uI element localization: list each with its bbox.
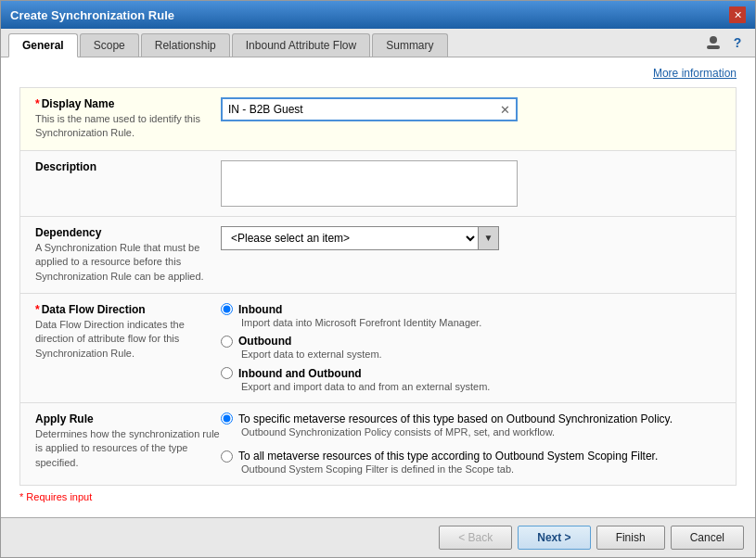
description-textarea[interactable] xyxy=(222,161,517,206)
tab-bar: General Scope Relationship Inbound Attri… xyxy=(1,29,755,57)
data-flow-radio-group: Inbound Import data into Microsoft Foref… xyxy=(221,303,721,393)
user-icon[interactable] xyxy=(703,32,724,53)
apply-rule-row: Apply Rule Determines how the synchroniz… xyxy=(35,412,721,476)
apply-rule-specific-label: To specific metaverse resources of this … xyxy=(238,412,673,425)
dependency-select[interactable]: <Please select an item> xyxy=(222,227,478,249)
content-area: More information *Display Name This is t… xyxy=(1,57,755,517)
apply-rule-label-area: Apply Rule Determines how the synchroniz… xyxy=(35,412,221,470)
apply-rule-specific-sub: Outbound Synchronization Policy consists… xyxy=(241,425,721,438)
data-flow-inbound-radio[interactable] xyxy=(221,303,233,315)
more-info-link[interactable]: More information xyxy=(19,67,737,80)
data-flow-inbound-outbound-label: Inbound and Outbound xyxy=(238,367,362,380)
apply-rule-options: To specific metaverse resources of this … xyxy=(221,412,721,476)
dependency-desc: A Synchronization Rule that must be appl… xyxy=(35,241,221,284)
next-button[interactable]: Next > xyxy=(518,526,590,550)
apply-rule-section: Apply Rule Determines how the synchroniz… xyxy=(20,403,736,486)
data-flow-outbound-sub: Export data to external system. xyxy=(241,348,721,361)
form-sections: *Display Name This is the name used to i… xyxy=(19,87,737,486)
data-flow-desc: Data Flow Direction indicates the direct… xyxy=(35,318,221,361)
dependency-dropdown-btn[interactable]: ▼ xyxy=(478,227,498,249)
tab-relationship[interactable]: Relationship xyxy=(141,33,230,57)
apply-rule-all-label: To all metaverse resources of this type … xyxy=(238,450,658,463)
dependency-select-wrapper: <Please select an item> ▼ xyxy=(221,226,499,250)
apply-rule-radio-group: To specific metaverse resources of this … xyxy=(221,412,721,476)
display-name-input-wrapper: ✕ xyxy=(221,97,518,121)
data-flow-label-area: *Data Flow Direction Data Flow Direction… xyxy=(35,303,221,361)
data-flow-inbound-outbound-sub: Export and import data to and from an ex… xyxy=(241,380,721,393)
data-flow-inbound-label: Inbound xyxy=(238,303,282,316)
dependency-label-area: Dependency A Synchronization Rule that m… xyxy=(35,226,221,284)
dependency-section: Dependency A Synchronization Rule that m… xyxy=(20,217,736,294)
data-flow-row: *Data Flow Direction Data Flow Direction… xyxy=(35,303,721,393)
apply-rule-all-sub: Outbound System Scoping Filter is define… xyxy=(241,463,721,476)
description-section: Description xyxy=(20,151,736,217)
bottom-bar: < Back Next > Finish Cancel xyxy=(1,517,755,557)
tab-general[interactable]: General xyxy=(8,33,78,57)
data-flow-inbound-outbound-item: Inbound and Outbound Export and import d… xyxy=(221,367,721,393)
svg-rect-0 xyxy=(707,45,720,49)
display-name-clear-icon[interactable]: ✕ xyxy=(498,103,512,117)
tabs: General Scope Relationship Inbound Attri… xyxy=(8,33,448,57)
required-star-display-name: * xyxy=(35,97,40,110)
dependency-title: Dependency xyxy=(35,226,221,239)
data-flow-outbound-radio[interactable] xyxy=(221,336,233,348)
description-input-area xyxy=(221,160,721,207)
help-icon[interactable]: ? xyxy=(727,32,748,53)
dialog: Create Synchronization Rule ✕ General Sc… xyxy=(0,0,756,558)
description-row: Description xyxy=(35,160,721,207)
apply-rule-specific-radio[interactable] xyxy=(221,412,233,425)
data-flow-options: Inbound Import data into Microsoft Foref… xyxy=(221,303,721,393)
apply-rule-all-item: To all metaverse resources of this type … xyxy=(221,450,721,476)
display-name-label-area: *Display Name This is the name used to i… xyxy=(35,97,221,141)
data-flow-inbound-item: Inbound Import data into Microsoft Foref… xyxy=(221,303,721,329)
required-star-data-flow: * xyxy=(35,303,40,316)
svg-point-1 xyxy=(710,36,717,44)
display-name-input-area: ✕ xyxy=(221,97,721,121)
tab-toolbar: ? xyxy=(703,32,748,57)
requires-input-label: * Requires input xyxy=(19,486,737,508)
description-label-area: Description xyxy=(35,160,221,173)
title-bar: Create Synchronization Rule ✕ xyxy=(1,1,755,29)
finish-button[interactable]: Finish xyxy=(596,526,665,550)
display-name-row: *Display Name This is the name used to i… xyxy=(35,97,721,141)
dialog-title: Create Synchronization Rule xyxy=(10,8,174,22)
display-name-section: *Display Name This is the name used to i… xyxy=(20,88,736,151)
apply-rule-specific-item: To specific metaverse resources of this … xyxy=(221,412,721,438)
display-name-title: *Display Name xyxy=(35,97,221,110)
apply-rule-title: Apply Rule xyxy=(35,412,221,425)
data-flow-title: *Data Flow Direction xyxy=(35,303,221,316)
data-flow-inbound-sub: Import data into Microsoft Forefront Ide… xyxy=(241,316,721,329)
data-flow-outbound-item: Outbound Export data to external system. xyxy=(221,335,721,361)
apply-rule-desc: Determines how the synchronization rule … xyxy=(35,427,221,470)
display-name-desc: This is the name used to identify this S… xyxy=(35,112,221,141)
description-textarea-wrapper xyxy=(221,160,518,207)
display-name-input[interactable] xyxy=(226,103,498,116)
close-button[interactable]: ✕ xyxy=(729,6,746,23)
description-title: Description xyxy=(35,160,221,173)
tab-scope[interactable]: Scope xyxy=(80,33,139,57)
data-flow-outbound-label: Outbound xyxy=(238,335,291,348)
dependency-row: Dependency A Synchronization Rule that m… xyxy=(35,226,721,284)
tab-inbound-attribute-flow[interactable]: Inbound Attribute Flow xyxy=(232,33,370,57)
apply-rule-all-radio[interactable] xyxy=(221,450,233,463)
dependency-input-area: <Please select an item> ▼ xyxy=(221,226,721,250)
data-flow-section: *Data Flow Direction Data Flow Direction… xyxy=(20,294,736,403)
tab-summary[interactable]: Summary xyxy=(372,33,447,57)
data-flow-inbound-outbound-radio[interactable] xyxy=(221,367,233,379)
cancel-button[interactable]: Cancel xyxy=(671,526,744,550)
back-button[interactable]: < Back xyxy=(439,526,512,550)
